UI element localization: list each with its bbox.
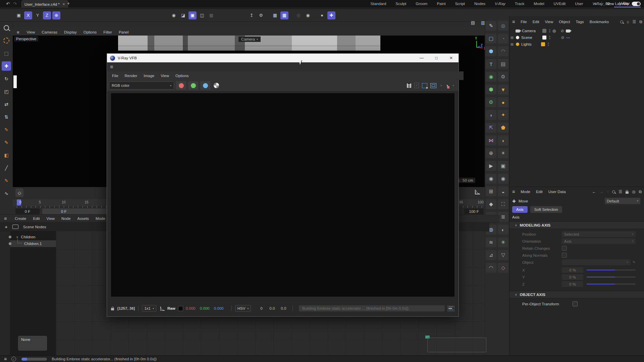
layout-tab[interactable]: Sculpt	[391, 0, 411, 7]
layout-tab[interactable]: V-Ray	[490, 0, 510, 7]
retain-changes-checkbox[interactable]	[562, 246, 567, 251]
generator-gear-icon[interactable]: ⚙	[486, 97, 496, 107]
object-manager-menu-item[interactable]: Tags	[576, 20, 584, 24]
node-menu-item[interactable]: Node	[61, 217, 71, 221]
object-manager-menu-item[interactable]: File	[521, 20, 527, 24]
displace-icon[interactable]: ≋	[486, 237, 496, 247]
panel-menu-icon[interactable]: ≡	[4, 216, 7, 221]
light-panel-icon[interactable]: ▣	[498, 161, 508, 171]
redo-icon[interactable]: ↷	[13, 1, 17, 6]
omni-light-icon[interactable]: ●	[498, 97, 508, 107]
layout-tab[interactable]: User	[570, 0, 588, 7]
visibility-dots[interactable]	[549, 36, 550, 39]
maximize-button[interactable]: □	[429, 54, 444, 62]
sphere-dim-icon[interactable]: ◍	[498, 21, 508, 31]
target-icon[interactable]: ◎	[552, 28, 556, 33]
viewport-menu-item[interactable]: View	[27, 30, 35, 34]
knife-tool[interactable]: ╱	[2, 163, 11, 173]
vfb-menu-item[interactable]: Options	[175, 74, 189, 78]
clapper-icon[interactable]: ▶	[486, 161, 496, 171]
expand-plus-icon[interactable]: ⊞	[510, 36, 514, 40]
z-value-field[interactable]: 0 %	[562, 281, 583, 287]
expand-icon[interactable]: ⧉	[639, 189, 642, 194]
x-value-field[interactable]: 0 %	[562, 267, 583, 273]
minimize-button[interactable]: —	[414, 54, 429, 62]
fcurve-icon[interactable]	[475, 190, 480, 194]
visibility-dots[interactable]	[549, 29, 550, 33]
along-normals-checkbox[interactable]	[562, 253, 567, 258]
picker-pen-icon[interactable]: ✎	[633, 260, 636, 264]
pixel-probe-lock-icon[interactable]	[111, 308, 114, 310]
zoom-dropdown[interactable]: 1x1 ▾	[142, 305, 156, 312]
node-menu-item[interactable]: Assets	[77, 217, 89, 221]
x-slider[interactable]	[587, 269, 636, 270]
per-object-transform-checkbox[interactable]	[573, 301, 578, 306]
text-spline-icon[interactable]: T	[486, 59, 496, 69]
global-coords-toggle[interactable]: ⊕	[52, 11, 60, 19]
viewport-menu-icon[interactable]: ≡	[17, 30, 19, 35]
layout-film-1-icon[interactable]: ▤	[469, 18, 477, 26]
snap-grid-active-icon[interactable]: ▦	[280, 11, 288, 19]
stage-icon[interactable]: ⛶	[498, 199, 508, 209]
coord-up-icon[interactable]: ↥	[248, 11, 256, 19]
move-tool[interactable]: ✚	[2, 61, 11, 71]
attribute-menu-item[interactable]: Edit	[536, 190, 543, 194]
spline-rectangle-icon[interactable]: ▢	[486, 34, 496, 44]
render-block-icon[interactable]: ⊘	[560, 28, 564, 33]
mirror-tool[interactable]: ⇄	[2, 100, 11, 109]
ies-light-icon[interactable]: ✦	[498, 110, 508, 120]
sky-icon[interactable]: ◠	[498, 46, 508, 56]
vfb-menu-item[interactable]: Render	[125, 74, 138, 78]
rect-selection-tool[interactable]: ⬚	[2, 49, 11, 58]
lock-icon[interactable]	[626, 191, 629, 194]
teapot-dim-icon[interactable]: ◔	[498, 34, 508, 44]
camera-icon[interactable]: ◉	[486, 174, 496, 184]
back-arrow-icon[interactable]: ←	[592, 189, 596, 194]
tab-axis[interactable]: Axis	[512, 206, 528, 213]
preset-dropdown[interactable]: Default ▾	[605, 198, 640, 204]
settings-stripes-icon[interactable]: ⚙	[498, 72, 508, 82]
visibility-dots[interactable]	[548, 43, 549, 46]
vfb-menu-item[interactable]: File	[112, 74, 118, 78]
search-icon[interactable]	[620, 20, 623, 23]
render-block-icon[interactable]: ⊘	[561, 35, 565, 40]
log-icon[interactable]	[447, 306, 454, 311]
end-frame-field[interactable]: 100 F	[464, 208, 484, 214]
sun-sky-icon[interactable]: ☀	[498, 148, 508, 158]
forward-arrow-icon[interactable]: →	[599, 189, 603, 194]
home-icon[interactable]: ⌂	[627, 19, 629, 24]
layout-tab[interactable]: Track	[510, 0, 529, 7]
hsv-dropdown[interactable]: HSV ▾	[235, 305, 251, 312]
scale-tool[interactable]: ◰	[2, 87, 11, 96]
region-render-icon[interactable]	[422, 83, 427, 88]
status-menu-icon[interactable]: ≡	[4, 356, 7, 362]
layout-tab[interactable]: Paint	[432, 0, 450, 7]
workplane-mode-icon[interactable]: ◎	[294, 11, 303, 19]
workplane-center-icon[interactable]: ◉	[304, 11, 312, 19]
current-frame-field[interactable]: 0 F	[15, 208, 40, 214]
layout-tab[interactable]: UVEdit	[549, 0, 570, 7]
rotate-tool[interactable]: ↻	[2, 74, 11, 83]
tab-soft-selection[interactable]: Soft Selection	[530, 206, 562, 213]
minimap-rect[interactable]	[427, 338, 486, 352]
object-link-field[interactable]: ▾	[562, 259, 631, 265]
dome-geo-light-icon[interactable]: ⬟	[498, 123, 508, 133]
up-arrow-icon[interactable]: ↑	[607, 189, 609, 194]
vfb-menu-item[interactable]: View	[161, 74, 169, 78]
layout-tab[interactable]: Standard	[366, 0, 391, 7]
filter-icon[interactable]: ☰	[633, 19, 636, 24]
show-frame-icon[interactable]	[430, 83, 436, 88]
section-modeling-axis[interactable]: ∨ MODELING AXIS	[509, 222, 644, 229]
viewport-menu-item[interactable]: Panel	[119, 30, 128, 34]
render-active-button[interactable]: ▣	[189, 11, 197, 19]
volume-builder-icon[interactable]: ⬢	[486, 84, 496, 95]
axis-z-toggle[interactable]: Z	[43, 11, 51, 19]
y-slider[interactable]	[587, 277, 636, 278]
object-manager-menu-item[interactable]: Object	[559, 20, 570, 24]
layout-tab[interactable]: Groom	[411, 0, 432, 7]
polygon-icon[interactable]: ⊿	[486, 250, 496, 260]
expand-plus-icon[interactable]: ⊞	[510, 43, 514, 46]
object-row-camera[interactable]: Camera ◎ ⊘	[510, 27, 643, 34]
vray-vfb-window[interactable]: V-Ray VFB — □ ✕ ≡ FileRenderImageViewOpt…	[107, 53, 459, 317]
arc-icon[interactable]: ◠	[486, 263, 496, 273]
